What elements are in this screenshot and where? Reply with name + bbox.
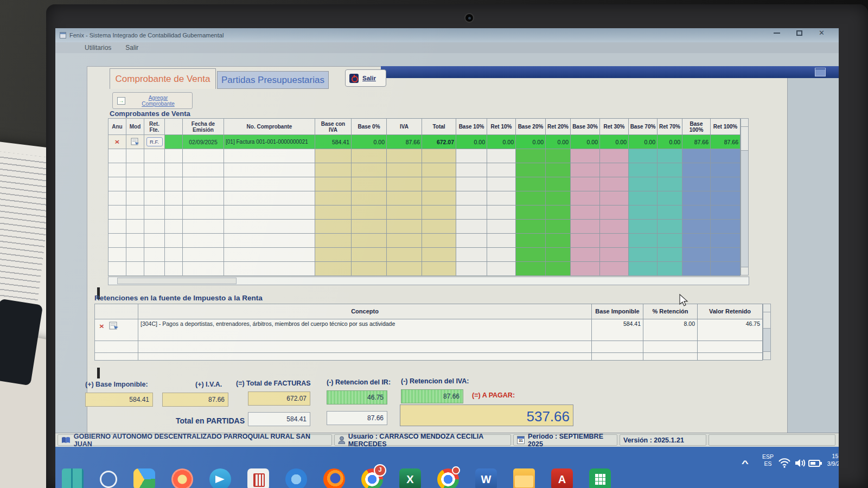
- field-base-imponible[interactable]: 584.41: [85, 393, 153, 407]
- col-base-100[interactable]: Base 100%: [682, 119, 711, 135]
- chevron-up-icon[interactable]: ^: [742, 459, 749, 468]
- tab-comprobante-de-venta[interactable]: Comprobante de Venta: [110, 68, 216, 89]
- edge-icon[interactable]: [437, 468, 459, 488]
- col-base-0[interactable]: Base 0%: [352, 119, 387, 135]
- minimize-icon[interactable]: [774, 33, 780, 34]
- col-ret-fte[interactable]: Ret. Fte.: [144, 119, 165, 135]
- splitter-handle[interactable]: [97, 368, 100, 378]
- cell-valor-retenido[interactable]: 46.75: [698, 319, 763, 341]
- cell-ret-30[interactable]: 0.00: [600, 135, 629, 149]
- excel-icon[interactable]: [399, 468, 421, 488]
- cell-fecha[interactable]: 02/09/2025: [183, 135, 224, 149]
- field-partidas-base[interactable]: 584.41: [248, 412, 310, 426]
- col-iva[interactable]: IVA: [387, 119, 422, 135]
- scroll-down-icon[interactable]: [763, 351, 770, 359]
- language-indicator[interactable]: ESPES: [762, 453, 774, 467]
- col-anu[interactable]: Anu: [108, 119, 126, 135]
- pdf-icon[interactable]: [551, 468, 573, 488]
- field-a-pagar[interactable]: 537.66: [400, 404, 573, 426]
- col-base-imponible[interactable]: Base Imponible: [592, 304, 643, 319]
- col-ret-70[interactable]: Ret 70%: [658, 119, 682, 135]
- cell-base-30[interactable]: 0.00: [571, 135, 600, 149]
- cell-base-imponible[interactable]: 584.41: [592, 319, 643, 341]
- chrome-j-icon[interactable]: [361, 468, 383, 488]
- restore-icon[interactable]: [796, 30, 802, 36]
- field-total-facturas[interactable]: 672.07: [248, 391, 310, 406]
- col-mod[interactable]: Mod: [126, 119, 144, 135]
- cell-no-comprobante[interactable]: [01] Factura 001-001-0000000021: [224, 135, 315, 149]
- wifi-icon[interactable]: [778, 458, 791, 468]
- col-controls[interactable]: [95, 304, 138, 319]
- col-base-10[interactable]: Base 10%: [456, 119, 487, 135]
- scroll-thumb[interactable]: [117, 278, 237, 284]
- col-no-comprobante[interactable]: No. Comprobante: [224, 119, 315, 135]
- retencion-row[interactable]: × [304C] - Pagos a deportistas, entrenad…: [95, 319, 763, 341]
- col-blank[interactable]: [165, 119, 183, 135]
- scroll-up-icon[interactable]: [763, 304, 770, 312]
- col-base-30[interactable]: Base 30%: [571, 119, 600, 135]
- cell-total[interactable]: 672.07: [422, 135, 456, 149]
- telegram-icon[interactable]: [209, 468, 231, 488]
- cell-ret-70[interactable]: 0.00: [658, 135, 682, 149]
- cell-iva[interactable]: 87.66: [387, 135, 422, 149]
- col-base-20[interactable]: Base 20%: [516, 119, 546, 135]
- drive-icon[interactable]: [133, 468, 155, 488]
- child-window-icon[interactable]: [815, 68, 826, 76]
- col-ret-100[interactable]: Ret 100%: [711, 119, 741, 135]
- menu-utilitarios[interactable]: Utilitarios: [85, 44, 111, 52]
- col-concepto[interactable]: Concepto: [138, 304, 592, 319]
- sheets-icon[interactable]: [589, 468, 611, 488]
- agregar-comprobante-button[interactable]: → Agregar Comprobante: [112, 92, 193, 109]
- col-pct-retencion[interactable]: % Retención: [643, 304, 698, 319]
- cell-base-100[interactable]: 87.66: [682, 135, 711, 149]
- recycle-bin-icon[interactable]: [247, 468, 269, 488]
- row-indicator-cell[interactable]: [165, 135, 183, 149]
- cell-base-70[interactable]: 0.00: [629, 135, 658, 149]
- cell-ret-100[interactable]: 87.66: [711, 135, 741, 149]
- cell-base-0[interactable]: 0.00: [352, 135, 387, 149]
- volume-icon[interactable]: [794, 458, 806, 468]
- scroll-thumb[interactable]: [763, 312, 770, 329]
- delete-row-button[interactable]: ×: [108, 135, 126, 149]
- cell-pct-retencion[interactable]: 8.00: [643, 319, 698, 341]
- invoice-row[interactable]: × R.F. 02/09/2025 [01]: [108, 135, 741, 149]
- cell-ret-10[interactable]: 0.00: [487, 135, 516, 149]
- cell-base-con-iva[interactable]: 584.41: [315, 135, 352, 149]
- field-retencion-ir[interactable]: 46.75: [327, 390, 387, 404]
- cell-concepto[interactable]: [304C] - Pagos a deportistas, entrenador…: [138, 319, 592, 341]
- cell-base-20[interactable]: 0.00: [516, 135, 546, 149]
- opera-icon[interactable]: [171, 468, 193, 488]
- vertical-scrollbar[interactable]: [763, 304, 771, 360]
- vertical-scrollbar[interactable]: [741, 118, 749, 275]
- start-icon[interactable]: [62, 468, 84, 488]
- folder-icon[interactable]: [513, 468, 535, 488]
- col-valor-retenido[interactable]: Valor Retenido: [698, 304, 763, 319]
- field-iva[interactable]: 87.66: [162, 393, 228, 407]
- edit-document-icon[interactable]: [109, 322, 119, 330]
- firefox-icon[interactable]: [323, 468, 345, 488]
- col-base-70[interactable]: Base 70%: [629, 119, 658, 135]
- delete-x-icon[interactable]: ×: [99, 322, 104, 329]
- scroll-thumb[interactable]: [741, 127, 748, 151]
- photos-icon[interactable]: [285, 468, 307, 488]
- field-retencion-iva[interactable]: 87.66: [401, 389, 463, 403]
- ret-fte-button[interactable]: R.F.: [144, 135, 165, 149]
- word-icon[interactable]: [475, 468, 497, 488]
- search-icon[interactable]: [100, 471, 117, 488]
- col-ret-30[interactable]: Ret 30%: [600, 119, 629, 135]
- col-base-con-iva[interactable]: Base con IVA: [315, 119, 352, 135]
- col-fecha[interactable]: Fecha de Emisión: [183, 119, 224, 135]
- scroll-up-icon[interactable]: [741, 119, 748, 127]
- close-icon[interactable]: ✕: [819, 30, 825, 36]
- edit-row-button[interactable]: [126, 135, 144, 149]
- clock[interactable]: 15:33/9/20: [818, 452, 839, 467]
- scroll-down-icon[interactable]: [741, 267, 748, 275]
- horizontal-scrollbar[interactable]: [108, 277, 749, 285]
- menu-salir[interactable]: Salir: [125, 44, 138, 52]
- cell-base-10[interactable]: 0.00: [456, 135, 487, 149]
- col-ret-10[interactable]: Ret 10%: [487, 119, 516, 135]
- tab-partidas-presupuestarias[interactable]: Partidas Presupuestarias: [217, 71, 329, 89]
- salir-button[interactable]: Salir: [345, 69, 386, 87]
- col-ret-20[interactable]: Ret 20%: [546, 119, 571, 135]
- cell-ret-20[interactable]: 0.00: [546, 135, 571, 149]
